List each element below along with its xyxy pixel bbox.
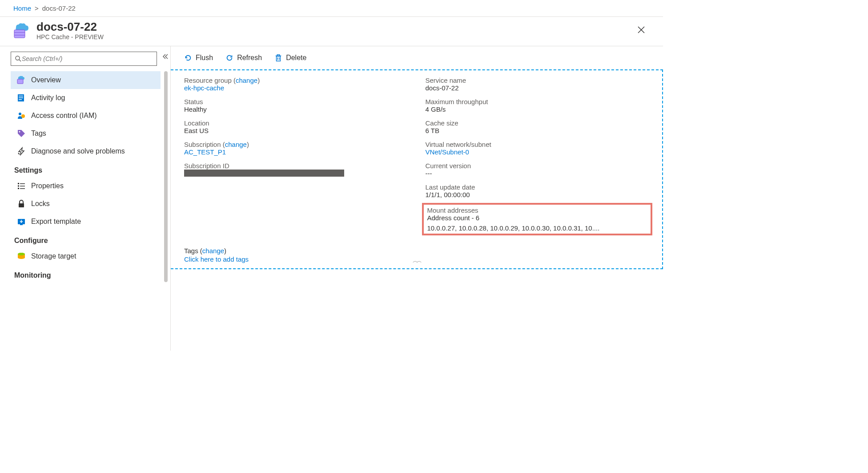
nav-label: Activity log [31,94,65,102]
svg-rect-15 [18,183,19,184]
value-text: --- [426,170,649,177]
label-text: Mount addresses [427,206,647,214]
label-text: Cache size [426,119,649,127]
button-label: Refresh [237,54,262,62]
nav-label: Storage target [31,252,76,260]
subscription-link[interactable]: AC_TEST_P1 [184,148,226,156]
field-resource-group: Resource group (change) ek-hpc-cache [184,77,408,92]
delete-icon [274,54,282,62]
nav-properties[interactable]: Properties [11,177,161,195]
field-subscription-id: Subscription ID [184,162,408,178]
label-text: Current version [426,162,649,170]
search-icon [15,55,22,62]
svg-point-12 [19,113,21,115]
nav-label: Export template [31,218,81,226]
field-subscription: Subscription (change) AC_TEST_P1 [184,141,408,156]
vnet-link[interactable]: VNet/Subnet-0 [426,148,469,156]
breadcrumb-separator-icon: > [35,4,39,12]
page-subtitle: HPC Cache - PREVIEW [36,33,104,40]
change-resource-group-link[interactable]: change [236,77,257,84]
mount-address-list: 10.0.0.27, 10.0.0.28, 10.0.0.29, 10.0.0.… [427,224,647,232]
field-current-version: Current version --- [426,162,649,177]
nav-access-control[interactable]: Access control (IAM) [11,107,161,125]
svg-rect-16 [20,183,25,184]
svg-rect-23 [20,224,23,225]
nav-diagnose[interactable]: Diagnose and solve problems [11,142,161,160]
svg-rect-30 [277,55,279,56]
label-text: Subscription ID [184,162,408,170]
breadcrumb-current: docs-07-22 [42,4,76,12]
field-mount-addresses: Mount addresses Address count - 6 10.0.0… [422,203,653,235]
search-input[interactable] [22,55,153,62]
button-label: Flush [196,54,213,62]
collapse-sidebar-button[interactable] [162,53,169,61]
svg-line-6 [19,60,21,61]
close-button[interactable] [633,23,650,38]
svg-point-25 [18,253,25,255]
resource-group-link[interactable]: ek-hpc-cache [184,84,224,92]
access-control-icon [17,111,26,120]
collapse-essentials-button[interactable]: ︿︿ [413,257,421,265]
nav-group-configure: Configure [11,230,168,247]
breadcrumb: Home > docs-07-22 [0,0,663,17]
field-last-update: Last update date 1/1/1, 00:00:00 [426,183,649,198]
nav-label: Locks [31,200,50,208]
close-icon [637,26,645,34]
properties-icon [17,182,26,190]
lock-icon [17,199,26,208]
nav-label: Tags [31,129,46,137]
nav-locks[interactable]: Locks [11,195,161,213]
field-location: Location East US [184,119,408,134]
refresh-button[interactable]: Refresh [225,54,262,62]
chevron-double-left-icon [162,53,169,60]
nav-label: Diagnose and solve problems [31,147,125,155]
label-text: Virtual network/subnet [426,141,649,148]
export-template-icon [17,217,26,226]
refresh-icon [225,54,233,62]
content-pane: Flush Refresh Delete Resource group (cha… [170,46,663,351]
svg-rect-11 [19,99,22,100]
value-text: 1/1/1, 00:00:00 [426,191,649,198]
activity-log-icon [17,93,26,102]
page-title: docs-07-22 [36,20,104,33]
nav-export-template[interactable]: Export template [11,213,161,230]
change-subscription-link[interactable]: change [225,141,247,148]
resource-header: docs-07-22 HPC Cache - PREVIEW [0,17,663,46]
label-text: Tags ( [184,247,202,255]
field-max-throughput: Maximum throughput 4 GB/s [426,98,649,113]
command-bar: Flush Refresh Delete [171,46,663,69]
flush-icon [184,54,192,62]
value-text: East US [184,127,408,134]
delete-button[interactable]: Delete [274,54,306,62]
nav-activity-log[interactable]: Activity log [11,89,161,107]
label-text: Service name [426,77,649,84]
chevron-double-up-icon: ︿︿ [413,258,421,264]
svg-rect-7 [17,79,23,84]
svg-point-14 [19,131,20,133]
value-text: docs-07-22 [426,84,649,92]
breadcrumb-home[interactable]: Home [13,4,31,12]
essentials-panel: Resource group (change) ek-hpc-cache Sta… [171,69,663,269]
label-text: Resource group ( [184,77,236,84]
flush-button[interactable]: Flush [184,54,213,62]
svg-rect-20 [20,188,25,189]
nav-label: Access control (IAM) [31,112,97,120]
nav-tags[interactable]: Tags [11,125,161,142]
hpc-cache-icon [17,76,26,85]
diagnose-icon [17,147,26,156]
svg-rect-19 [18,188,19,189]
nav-group-monitoring: Monitoring [11,265,168,282]
label-text: Subscription ( [184,141,225,148]
nav-overview[interactable]: Overview [11,71,161,89]
field-service-name: Service name docs-07-22 [426,77,649,92]
search-input-wrapper[interactable] [11,52,157,66]
change-tags-link[interactable]: change [202,247,224,255]
svg-point-5 [16,56,20,60]
svg-rect-10 [19,97,23,98]
button-label: Delete [286,54,306,62]
field-vnet: Virtual network/subnet VNet/Subnet-0 [426,141,649,156]
value-text: Healthy [184,105,408,113]
nav-storage-target[interactable]: Storage target [11,247,161,265]
mount-address-count: Address count - 6 [427,214,647,222]
label-text: Last update date [426,183,649,191]
